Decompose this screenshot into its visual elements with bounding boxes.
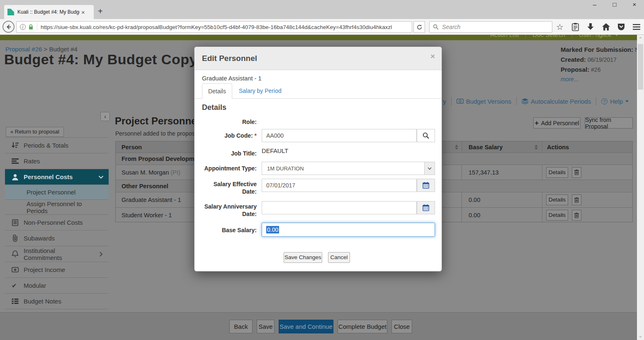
https-lock-icon[interactable] <box>28 24 34 30</box>
details-section-heading: Details <box>202 103 226 112</box>
document-icon <box>12 219 19 226</box>
job-title-label: Job Title: <box>202 150 257 157</box>
sync-from-proposal-button[interactable]: Sync from Proposal <box>585 117 633 129</box>
url-text[interactable]: https://siue-sbx.kuali.co/res/kc-pd-krad… <box>41 24 392 30</box>
sidebar-item-modular[interactable]: ✔ Modular <box>5 277 109 293</box>
scrollbar-thumb[interactable] <box>638 44 643 90</box>
tab-close-icon[interactable]: × <box>81 9 85 16</box>
save-changes-button[interactable]: Save Changes <box>284 252 322 263</box>
add-personnel-button[interactable]: + Add Personnel <box>533 117 581 129</box>
salary-anniversary-date-input[interactable] <box>262 201 417 214</box>
column-base-salary: Base Salary <box>469 144 503 151</box>
browser-navbar: i https://siue-sbx.kuali.co/res/kc-pd-kr… <box>0 19 644 35</box>
doc-search-link[interactable]: Doc Search <box>525 35 571 38</box>
job-code-input[interactable] <box>262 129 417 142</box>
page-scrollbar[interactable]: ⌃ ⌄ <box>637 35 644 340</box>
select-dropdown-button[interactable] <box>424 162 435 175</box>
paperclip-icon <box>12 235 19 242</box>
cancel-button[interactable]: Cancel <box>328 252 350 263</box>
layers-icon <box>522 98 528 104</box>
tab-details[interactable]: Details <box>202 83 232 99</box>
plus-icon: + <box>535 119 538 127</box>
bell-icon <box>12 250 19 257</box>
sidebar-item-project-income[interactable]: 0 Project Income <box>5 262 109 277</box>
footer-action-bar: Back Save Save and Continue Complete Bud… <box>0 312 637 340</box>
created-value: 06/19/2017 <box>588 56 617 63</box>
new-tab-button[interactable]: + <box>98 7 103 16</box>
sort-icon[interactable] <box>535 145 538 150</box>
project-personnel-subheading: Personnel added to the proposal <box>115 130 199 137</box>
sidebar-item-budget-notes[interactable]: Budget Notes <box>5 293 109 309</box>
downloads-icon[interactable] <box>586 21 595 33</box>
salary-anniversary-date-picker-button[interactable] <box>417 201 435 214</box>
browser-tab[interactable]: Kuali :: Budget #4: My Budge × <box>4 5 94 19</box>
complete-budget-button[interactable]: Complete Budget <box>338 320 387 333</box>
sidebar-item-non-personnel-costs[interactable]: Non-Personnel Costs <box>5 214 109 230</box>
save-button[interactable]: Save <box>257 320 275 333</box>
sidebar-item-periods-totals[interactable]: Periods & Totals <box>5 137 109 153</box>
sidebar-item-subawards[interactable]: Subawards <box>5 230 109 246</box>
trash-icon <box>574 213 579 218</box>
budget-meta-panel: Marked For Submission: No Created: 06/19… <box>561 46 637 83</box>
sort-icon[interactable] <box>455 145 458 150</box>
person-name: Susan M. Morgan <box>122 169 169 176</box>
search-icon <box>423 132 429 139</box>
base-salary-value: 0.00 <box>469 197 480 203</box>
reload-button[interactable] <box>413 21 425 33</box>
details-button[interactable]: Details <box>546 167 568 178</box>
url-bar[interactable]: i https://siue-sbx.kuali.co/res/kc-pd-kr… <box>16 21 412 33</box>
autocalculate-periods-link[interactable]: Autocalculate Periods <box>516 97 596 105</box>
more-link[interactable]: more... <box>561 76 637 83</box>
user-menu[interactable]: User: hglick <box>572 35 625 38</box>
return-to-proposal-button[interactable]: « Return to proposal <box>6 127 64 137</box>
dialog-header: Edit Personnel × <box>194 47 442 70</box>
window-minimize-button[interactable]: – <box>591 1 598 8</box>
scroll-down-arrow-icon[interactable]: ⌄ <box>638 333 643 338</box>
sidebar-item-institutional-commitments[interactable]: Institutional Commitments <box>5 246 109 262</box>
delete-button[interactable] <box>572 167 581 178</box>
role-label: Role: <box>202 118 257 126</box>
scroll-up-arrow-icon[interactable]: ⌃ <box>638 37 643 41</box>
sidebar-item-project-personnel[interactable]: Project Personnel <box>5 185 109 199</box>
save-and-continue-button[interactable]: Save and Continue <box>279 320 333 333</box>
back-navigation-button[interactable] <box>2 21 15 33</box>
tab-title: Kuali :: Budget #4: My Budge <box>17 9 80 15</box>
sidebar-collapse-button[interactable]: ‹ <box>100 112 110 121</box>
base-salary-input[interactable]: 0.00 <box>262 223 435 237</box>
job-code-lookup-button[interactable] <box>417 129 435 142</box>
sidebar-item-assign-personnel[interactable]: Assign Personnel to Periods <box>5 199 109 214</box>
salary-anniversary-date-label: Salary Anniversary Date: <box>202 203 257 218</box>
marked-for-submission-label: Marked For Submission: <box>561 46 633 53</box>
bookmark-star-icon[interactable]: ☆ <box>556 21 564 33</box>
salary-effective-date-input[interactable] <box>262 179 417 192</box>
sidebar-item-rates[interactable]: Rates <box>5 153 109 169</box>
back-button[interactable]: Back <box>229 320 253 333</box>
svg-text:0: 0 <box>15 268 16 271</box>
close-button[interactable]: Close <box>391 320 412 333</box>
window-maximize-button[interactable]: □ <box>611 1 618 8</box>
search-bar[interactable]: Search <box>429 21 552 33</box>
tab-salary-by-period[interactable]: Salary by Period <box>239 83 282 99</box>
delete-button[interactable] <box>572 194 581 205</box>
window-close-button[interactable]: × <box>631 1 638 8</box>
rates-bars-icon <box>12 158 19 164</box>
sidebar-item-personnel-costs[interactable]: Personnel Costs <box>5 169 109 185</box>
details-button[interactable]: Details <box>546 194 568 205</box>
action-list-link[interactable]: Action List <box>484 35 525 38</box>
menu-hamburger-icon[interactable] <box>632 21 641 33</box>
salary-effective-date-picker-button[interactable] <box>417 179 435 192</box>
delete-button[interactable] <box>572 210 581 221</box>
home-icon[interactable] <box>602 21 610 33</box>
help-menu[interactable]: ? Help <box>596 97 634 105</box>
checkmark-icon: ✔ <box>12 282 19 289</box>
appointment-type-label: Appointment Type: <box>202 165 257 172</box>
dialog-close-icon[interactable]: × <box>430 52 435 61</box>
site-info-icon[interactable]: i <box>20 24 26 30</box>
pocket-icon[interactable] <box>617 21 625 33</box>
reading-list-icon[interactable] <box>571 21 579 33</box>
chevron-down-icon <box>428 167 432 170</box>
budget-versions-link[interactable]: Budget Versions <box>451 97 516 105</box>
appointment-type-select[interactable]: 1M DURATION <box>262 162 435 175</box>
details-button[interactable]: Details <box>546 210 568 221</box>
salary-effective-date-label: Salary Effective Date: <box>202 180 257 195</box>
